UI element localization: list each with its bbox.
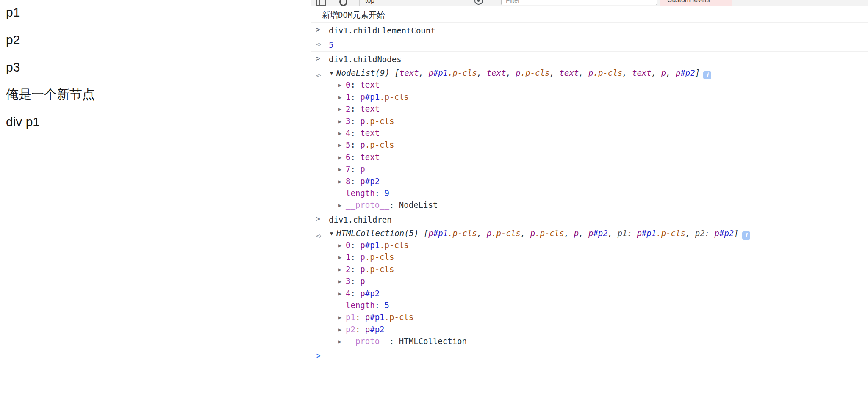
node-token: #p2 [680,68,695,77]
console-command-message: >div1.childNodes [311,52,868,66]
property-colon: : [350,289,360,298]
expand-triangle-icon[interactable]: ▶ [338,91,341,103]
expand-triangle-icon[interactable]: ▶ [338,288,341,300]
object-class-name: HTMLCollection(5) [ [336,229,428,238]
node-token: .p-cls [380,240,409,250]
page-paragraph: 俺是一个新节点 [6,87,95,102]
object-property-row: ▶2: text [311,103,868,115]
node-token: p [365,325,370,334]
console-sidebar-toggle-icon[interactable] [316,0,326,6]
property-name: 1 [346,252,350,262]
object-property-row: ▶7: p [311,163,868,175]
expand-triangle-icon[interactable]: ▶ [338,240,341,251]
expand-triangle-icon[interactable]: ▶ [338,152,341,163]
clear-console-icon[interactable] [339,0,347,6]
expand-triangle-icon[interactable]: ▶ [338,139,341,151]
node-token: .p-cls [365,265,394,274]
console-result-message: <·▼NodeList(9) [text, p#p1.p-cls, text, … [311,66,868,212]
node-token: #p1 [433,68,448,77]
node-token: text [360,152,380,162]
toolbar-separator [359,0,360,6]
evaluated-info-icon[interactable]: i [742,231,750,240]
object-preview-line: <·▼NodeList(9) [text, p#p1.p-cls, text, … [311,67,868,79]
expand-triangle-icon[interactable]: ▶ [338,79,341,91]
expand-triangle-icon[interactable]: ▶ [338,176,341,187]
property-name: 7 [346,164,350,174]
property-colon: : [350,164,360,174]
node-token: p [360,116,365,126]
property-name: __proto__ [346,200,389,209]
expand-triangle-icon[interactable]: ▶ [338,103,341,115]
preview-separator: , [477,68,487,77]
console-prompt[interactable]: > [311,348,868,365]
preview-separator: , [579,229,588,238]
object-class-name: NodeList(9) [ [336,68,399,77]
console-result-message: <·5 [311,37,868,52]
prompt-chevron-icon: > [316,351,321,360]
toolbar-separator [466,0,466,6]
node-token: p [637,229,641,238]
preview-key: p2: [695,229,715,238]
console-messages: 新增DOM元素开始>div1.childElementCount<·5>div1… [311,6,868,365]
preview-separator: , [666,68,676,77]
page-paragraph: p1 [6,5,20,19]
result-chevron-icon: <· [316,40,321,48]
node-token: text [632,68,652,77]
page-paragraph: div p1 [6,115,40,129]
node-token: .p-cls [535,229,564,238]
expand-triangle-icon[interactable]: ▶ [338,127,341,139]
node-token: #p1 [365,92,380,102]
javascript-context-selector[interactable]: top [365,0,374,4]
property-value: 9 [385,188,389,198]
object-property-row: ▶0: p#p1.p-cls [311,239,868,251]
toolbar-separator [494,0,494,6]
property-name: 3 [346,276,350,286]
preview-separator: , [564,229,574,238]
property-colon: : [350,128,360,138]
node-token: .p-cls [365,140,394,149]
object-property-row: ▶4: p#p2 [311,287,868,299]
preview-separator: , [622,68,632,77]
page-paragraph: p2 [6,33,20,47]
expand-triangle-icon[interactable]: ▶ [338,264,341,276]
expand-triangle-icon[interactable]: ▶ [338,199,341,211]
expand-triangle-icon[interactable]: ▶ [338,336,341,347]
property-name: 2 [346,104,350,113]
preview-separator: , [652,68,661,77]
collapse-triangle-icon[interactable]: ▼ [330,228,333,240]
property-name: 6 [346,152,350,162]
node-token: .p-cls [491,229,521,238]
property-colon: : [375,188,385,198]
property-name: 2 [346,265,350,274]
object-property-row: ▶p1: p#p1.p-cls [311,311,868,323]
evaluated-info-icon[interactable]: i [703,71,711,79]
browser-window: p1 p2 p3 俺是一个新节点 div p1 top Custom level… [0,0,868,394]
expand-triangle-icon[interactable]: ▶ [338,324,341,336]
preview-separator: , [521,229,530,238]
filter-input[interactable] [501,0,657,5]
node-token: p [360,240,365,250]
expand-triangle-icon[interactable]: ▶ [338,116,341,127]
node-token: text [360,104,380,113]
object-property-row: ▶6: text [311,151,868,163]
expand-triangle-icon[interactable]: ▶ [338,276,341,287]
live-expression-eye-icon[interactable] [474,0,483,5]
node-token: .p-cls [385,312,414,322]
preview-separator: , [549,68,559,77]
object-property-row: ▶__proto__: HTMLCollection [311,335,868,347]
node-token: .p-cls [593,68,622,77]
node-token: p [588,229,593,238]
expand-triangle-icon[interactable]: ▶ [338,311,341,323]
object-property-row: ▶3: p.p-cls [311,115,868,127]
page-pane: p1 p2 p3 俺是一个新节点 div p1 [0,0,311,394]
preview-bracket: ] [734,229,738,238]
node-token: p [360,265,365,274]
log-level-selector[interactable]: Custom levels [660,0,732,6]
property-colon: : [350,140,360,149]
expand-triangle-icon[interactable]: ▶ [338,251,341,263]
collapse-triangle-icon[interactable]: ▼ [330,67,333,79]
expand-triangle-icon[interactable]: ▶ [338,163,341,175]
preview-bracket: ] [695,68,700,77]
command-text: div1.childNodes [329,55,402,64]
node-token: #p2 [719,229,734,238]
